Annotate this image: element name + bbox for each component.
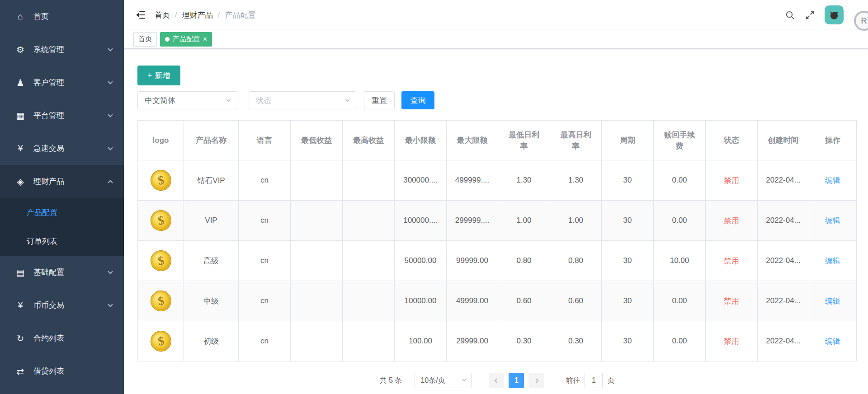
edit-link[interactable]: 编辑 xyxy=(825,257,840,265)
max_daily_rate-cell: 0.60 xyxy=(550,281,602,321)
edit-link[interactable]: 编辑 xyxy=(825,176,840,185)
page-size-select[interactable]: 10条/页 xyxy=(415,373,472,388)
min_profit-cell xyxy=(291,241,343,281)
sidebar-item-coin-trade[interactable]: ¥币币交易 xyxy=(0,289,124,322)
sidebar-item-basic-config[interactable]: ▤基础配置 xyxy=(0,256,124,289)
status-badge: 禁用 xyxy=(724,297,739,305)
min_daily_rate-cell: 1.00 xyxy=(498,201,550,241)
pagination: 共 5 条 10条/页 1 前往 页 xyxy=(137,373,857,388)
edit-link[interactable]: 编辑 xyxy=(825,216,840,225)
status-cell: 禁用 xyxy=(706,321,758,361)
chevron-right-icon xyxy=(534,378,538,383)
sidebar-item-loan-list[interactable]: ⇄借贷列表 xyxy=(0,355,124,388)
sidebar-toggle-button[interactable] xyxy=(124,9,155,21)
column-header-0: logo xyxy=(138,121,184,160)
prev-page-button[interactable] xyxy=(489,373,504,388)
sidebar-subitem-label: 订单列表 xyxy=(27,236,57,247)
breadcrumb: 首页 / 理财产品 / 产品配置 xyxy=(155,10,255,20)
max_daily_rate-cell: 1.30 xyxy=(550,160,602,201)
min_limit-cell: 100000.... xyxy=(395,201,447,241)
logo-cell: $ xyxy=(138,160,184,201)
total-count-label: 共 5 条 xyxy=(380,376,402,385)
min_daily_rate-cell: 0.30 xyxy=(498,321,550,361)
chevron-down-icon xyxy=(226,97,231,102)
status-select[interactable]: 状态 xyxy=(249,91,356,109)
language-select[interactable]: 中文简体 xyxy=(137,91,237,109)
search-button[interactable] xyxy=(785,10,795,20)
language-select-value: 中文简体 xyxy=(145,95,175,106)
period-cell: 30 xyxy=(602,201,654,241)
max_profit-cell xyxy=(343,160,395,201)
min_profit-cell xyxy=(291,321,343,361)
sidebar: ⌂首页⚙系统管理♟客户管理▦平台管理¥急速交易◈理财产品产品配置订单列表▤基础配… xyxy=(0,0,124,394)
hamburger-icon xyxy=(135,9,146,21)
dollar-symbol: $ xyxy=(156,253,165,268)
max_profit-cell xyxy=(343,201,395,241)
dollar-symbol: $ xyxy=(156,213,165,228)
edit-link[interactable]: 编辑 xyxy=(825,337,840,346)
book-icon: ▤ xyxy=(14,267,26,278)
sidebar-item-customer[interactable]: ♟客户管理 xyxy=(0,66,124,99)
column-header-10: 赎回手续费 xyxy=(654,121,706,160)
breadcrumb-home[interactable]: 首页 xyxy=(155,10,170,20)
edit-link[interactable]: 编辑 xyxy=(825,297,840,305)
tab-product-config[interactable]: 产品配置 × xyxy=(160,32,212,47)
table-header-row: logo产品名称语言最低收益最高收益最小限额最大限额最低日利率最高日利率周期赎回… xyxy=(138,121,857,160)
sidebar-subitem-order-list[interactable]: 订单列表 xyxy=(0,227,124,256)
reset-button[interactable]: 重置 xyxy=(364,91,395,109)
action-cell: 编辑 xyxy=(809,241,857,281)
goto-page: 前往 页 xyxy=(566,373,614,388)
period-cell: 30 xyxy=(602,160,654,201)
sidebar-item-wealth-products[interactable]: ◈理财产品 xyxy=(0,165,124,198)
sidebar-item-fast-trade[interactable]: ¥急速交易 xyxy=(0,132,124,165)
tab-home[interactable]: 首页 xyxy=(133,32,157,47)
page-content: + 新增 中文简体 状态 重置 查询 xyxy=(124,49,868,394)
add-button[interactable]: + 新增 xyxy=(137,66,180,85)
sidebar-menu: ⌂首页⚙系统管理♟客户管理▦平台管理¥急速交易◈理财产品产品配置订单列表▤基础配… xyxy=(0,0,124,388)
fullscreen-button[interactable] xyxy=(805,10,815,20)
sidebar-item-home[interactable]: ⌂首页 xyxy=(0,0,124,33)
max_daily_rate-cell: 0.30 xyxy=(550,321,602,361)
action-cell: 编辑 xyxy=(809,160,857,201)
next-page-button[interactable] xyxy=(528,373,544,388)
chevron-up-icon xyxy=(108,180,113,185)
breadcrumb-current: 产品配置 xyxy=(225,10,255,20)
max_profit-cell xyxy=(343,321,395,361)
status-badge: 禁用 xyxy=(724,337,739,346)
chevron-down-icon xyxy=(108,112,113,117)
main-area: 首页 / 理财产品 / 产品配置 R xyxy=(124,0,868,394)
chevron-down-icon xyxy=(345,97,350,102)
logo-cell: $ xyxy=(138,201,184,241)
goto-page-input[interactable] xyxy=(585,373,603,388)
yen-icon: ¥ xyxy=(14,143,26,154)
search-submit-button[interactable]: 查询 xyxy=(401,91,434,109)
action-cell: 编辑 xyxy=(809,321,857,361)
tab-label: 首页 xyxy=(138,35,152,43)
max_daily_rate-cell: 1.00 xyxy=(550,201,602,241)
lang-cell: cn xyxy=(239,160,291,201)
created-cell: 2022-04... xyxy=(758,201,809,241)
dollar-symbol: $ xyxy=(156,294,165,309)
tabs-bar: 首页 产品配置 × xyxy=(124,30,868,49)
sidebar-item-system[interactable]: ⚙系统管理 xyxy=(0,33,124,66)
page-number-button[interactable]: 1 xyxy=(509,373,524,388)
sidebar-item-contract-list[interactable]: ↻合约列表 xyxy=(0,322,124,355)
user-avatar[interactable] xyxy=(825,5,844,24)
column-header-6: 最大限额 xyxy=(447,121,498,160)
sidebar-subitem-product-config[interactable]: 产品配置 xyxy=(0,198,124,227)
breadcrumb-wealth-products[interactable]: 理财产品 xyxy=(182,10,213,20)
sidebar-item-platform[interactable]: ▦平台管理 xyxy=(0,99,124,132)
close-icon[interactable]: × xyxy=(203,36,207,43)
column-header-7: 最低日利率 xyxy=(498,121,550,160)
chevron-down-icon xyxy=(108,46,113,51)
lang-cell: cn xyxy=(239,281,291,321)
column-header-2: 语言 xyxy=(239,121,291,160)
min_limit-cell: 300000.... xyxy=(395,160,447,201)
column-header-4: 最高收益 xyxy=(343,121,395,160)
name-cell: 中级 xyxy=(184,281,239,321)
sidebar-item-label: 币币交易 xyxy=(33,300,108,310)
coin-logo: $ xyxy=(149,208,173,232)
status-badge: 禁用 xyxy=(724,176,739,185)
status-cell: 禁用 xyxy=(706,201,758,241)
column-header-8: 最高日利率 xyxy=(550,121,602,160)
